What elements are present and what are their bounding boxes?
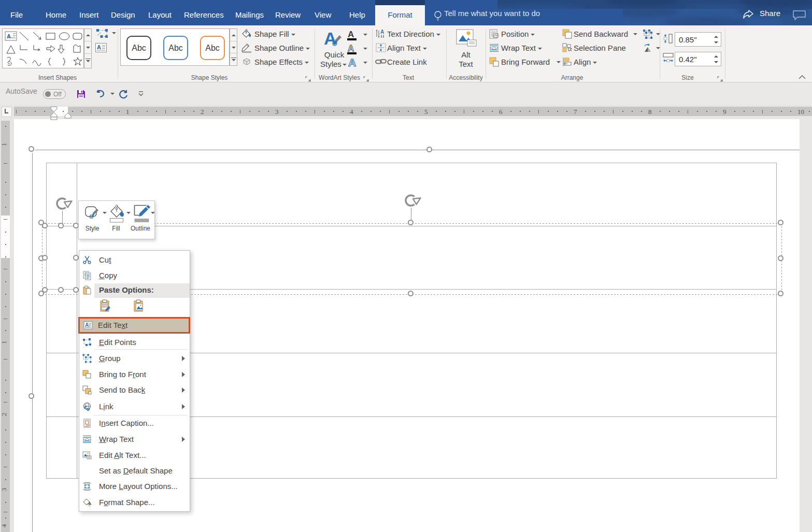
svg-text:A: A [348, 44, 354, 53]
svg-text:A: A [97, 44, 101, 50]
svg-text:A: A [348, 30, 354, 39]
svg-text:A: A [85, 322, 89, 328]
svg-text:A: A [7, 33, 11, 39]
svg-text:A: A [324, 28, 337, 48]
svg-text:A: A [348, 56, 356, 68]
svg-text:A: A [380, 29, 384, 35]
